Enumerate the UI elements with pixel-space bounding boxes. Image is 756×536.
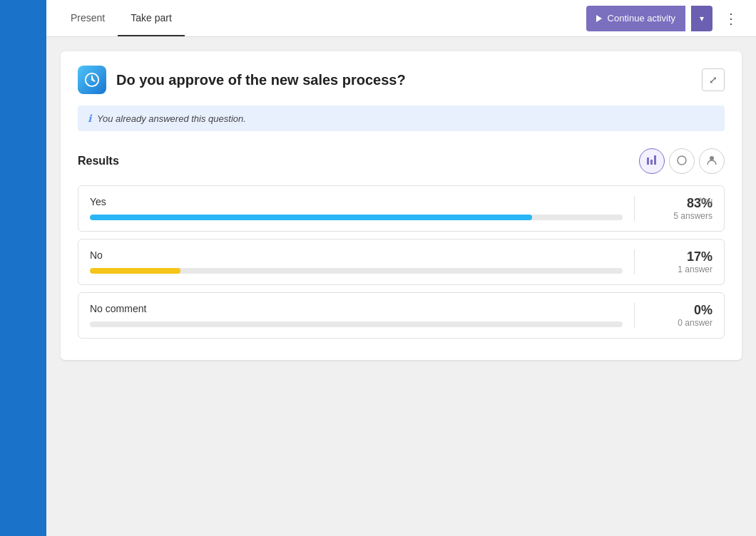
more-options-icon: ⋮ — [724, 10, 739, 27]
result-row: No 17% 1 answer — [78, 239, 725, 285]
left-sidebar — [0, 0, 46, 536]
bar-track-0 — [90, 215, 623, 220]
svg-point-5 — [710, 156, 714, 160]
top-nav: Present Take part Continue activity ▾ ⋮ — [46, 0, 756, 37]
tab-take-part-label: Take part — [131, 12, 172, 24]
result-rows: Yes You 83% 5 answers No 17% 1 answer No… — [78, 185, 725, 339]
result-row: No comment 0% 0 answer — [78, 292, 725, 339]
expand-icon: ⤢ — [709, 74, 717, 86]
play-icon — [596, 15, 602, 22]
result-left-2: No comment — [90, 303, 634, 328]
result-right-2: 0% 0 answer — [634, 303, 712, 328]
question-icon — [78, 66, 106, 94]
question-header: Do you approve of the new sales process?… — [78, 66, 725, 94]
circle-icon — [676, 155, 688, 168]
tab-present[interactable]: Present — [58, 0, 118, 36]
content-area: Do you approve of the new sales process?… — [46, 37, 756, 536]
results-title: Results — [78, 155, 119, 168]
view-icons — [639, 148, 725, 174]
result-count-1: 1 answer — [678, 264, 712, 274]
result-label-0: Yes — [90, 196, 623, 207]
continue-activity-label: Continue activity — [608, 13, 675, 24]
chevron-down-icon: ▾ — [700, 14, 704, 24]
bar-track-1 — [90, 268, 623, 274]
already-answered-banner: ℹ You already answered this question. — [78, 105, 725, 131]
svg-point-4 — [678, 156, 686, 165]
main-card: Do you approve of the new sales process?… — [61, 51, 742, 360]
result-percent-2: 0% — [694, 303, 712, 318]
more-options-button[interactable]: ⋮ — [718, 7, 745, 30]
results-header: Results — [78, 148, 725, 174]
circle-view-button[interactable] — [669, 148, 695, 174]
result-left-0: Yes — [90, 196, 634, 221]
result-count-0: 5 answers — [673, 211, 712, 221]
continue-dropdown-button[interactable]: ▾ — [691, 6, 712, 31]
expand-button[interactable]: ⤢ — [702, 68, 725, 91]
bar-track-2 — [90, 321, 623, 327]
question-left: Do you approve of the new sales process? — [78, 66, 406, 94]
svg-rect-2 — [650, 160, 653, 165]
bar-chart-icon — [646, 155, 658, 168]
person-icon — [706, 155, 717, 168]
svg-rect-1 — [647, 158, 649, 165]
result-count-2: 0 answer — [678, 318, 712, 328]
bar-chart-view-button[interactable] — [639, 148, 665, 174]
result-label-1: No — [90, 249, 623, 261]
info-icon: ℹ — [88, 113, 91, 124]
result-left-1: No — [90, 249, 634, 274]
tab-take-part[interactable]: Take part — [118, 0, 185, 36]
tab-bar: Present Take part — [58, 0, 185, 36]
result-row: Yes You 83% 5 answers — [78, 185, 725, 232]
svg-rect-3 — [654, 155, 656, 165]
result-right-0: You 83% 5 answers — [634, 196, 712, 221]
you-label: You — [699, 196, 712, 205]
result-label-2: No comment — [90, 303, 623, 314]
tab-present-label: Present — [71, 12, 105, 24]
bar-fill-1 — [90, 268, 180, 274]
main-area: Present Take part Continue activity ▾ ⋮ — [46, 0, 756, 536]
result-percent-1: 17% — [687, 249, 712, 264]
bar-fill-0 — [90, 215, 532, 220]
banner-text: You already answered this question. — [97, 113, 246, 124]
nav-right: Continue activity ▾ ⋮ — [586, 6, 745, 31]
continue-activity-button[interactable]: Continue activity — [586, 6, 685, 31]
question-title: Do you approve of the new sales process? — [116, 72, 406, 88]
person-view-button[interactable] — [699, 148, 725, 174]
result-right-1: 17% 1 answer — [634, 249, 712, 274]
